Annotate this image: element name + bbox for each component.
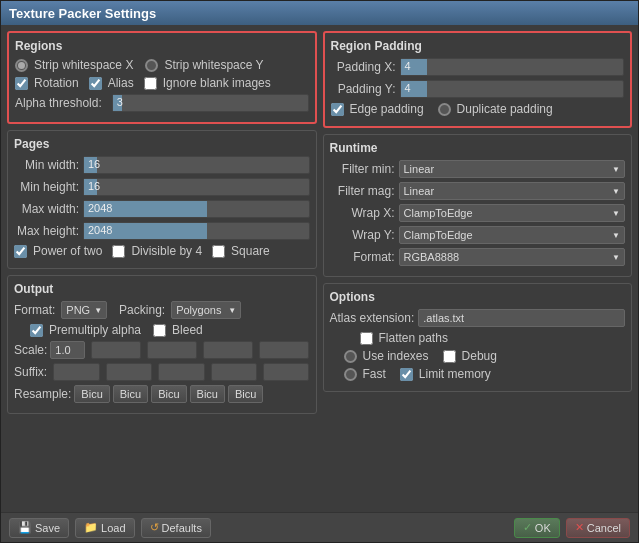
use-indexes-radio[interactable] [344,350,357,363]
load-icon: 📁 [84,521,98,534]
divisible-by-4-label: Divisible by 4 [131,244,202,258]
packing-value: Polygons [176,304,221,316]
atlas-ext-field[interactable]: .atlas.txt [418,309,625,327]
divisible-by-4-checkbox[interactable] [112,245,125,258]
use-indexes-label: Use indexes [363,349,429,363]
load-button[interactable]: 📁 Load [75,518,134,538]
pages-checkboxes-row: Power of two Divisible by 4 Square [14,244,310,258]
padding-x-label: Padding X: [331,60,396,74]
max-height-row: Max height: 2048 [14,222,310,240]
resample-row: Resample: Bicu Bicu Bicu Bicu Bicu [14,385,310,403]
padding-x-slider[interactable]: 4 [400,58,625,76]
max-height-slider[interactable]: 2048 [83,222,310,240]
strip-whitespace-y-radio[interactable] [145,59,158,72]
ignore-blank-checkbox[interactable] [144,77,157,90]
format-dropdown[interactable]: PNG [61,301,107,319]
padding-y-slider[interactable]: 4 [400,80,625,98]
packing-dropdown[interactable]: Polygons [171,301,241,319]
min-height-value: 16 [88,180,100,192]
padding-x-value: 4 [405,60,411,72]
fast-memory-row: Fast Limit memory [330,367,626,381]
scale-field[interactable]: 1.0 [50,341,85,359]
resample-btn-1[interactable]: Bicu [74,385,109,403]
duplicate-padding-radio[interactable] [438,103,451,116]
runtime-section: Runtime Filter min: Linear Filter mag: L… [323,134,633,277]
scale-slider-2[interactable] [147,341,197,359]
resample-btn-3[interactable]: Bicu [151,385,186,403]
regions-title: Regions [15,39,309,53]
regions-strip-row: Strip whitespace X Strip whitespace Y [15,58,309,72]
limit-memory-label: Limit memory [419,367,491,381]
premultiply-row: Premultiply alpha Bleed [14,323,310,337]
premultiply-alpha-checkbox[interactable] [30,324,43,337]
scale-slider-3[interactable] [203,341,253,359]
alias-checkbox[interactable] [89,77,102,90]
edge-padding-label: Edge padding [350,102,424,116]
ok-button[interactable]: ✓ OK [514,518,560,538]
ok-label: OK [535,522,551,534]
min-width-row: Min width: 16 [14,156,310,174]
options-title: Options [330,290,626,304]
filter-min-label: Filter min: [330,162,395,176]
max-width-slider[interactable]: 2048 [83,200,310,218]
filter-mag-value: Linear [404,185,435,197]
suffix-field-3[interactable] [158,363,204,381]
scale-slider-1[interactable] [91,341,141,359]
save-button[interactable]: 💾 Save [9,518,69,538]
alpha-threshold-row: Alpha threshold: 3 [15,94,309,112]
suffix-field-4[interactable] [211,363,257,381]
cancel-button[interactable]: ✕ Cancel [566,518,630,538]
limit-memory-checkbox[interactable] [400,368,413,381]
edge-padding-checkbox[interactable] [331,103,344,116]
rotation-label: Rotation [34,76,79,90]
scale-value: 1.0 [55,344,70,356]
regions-section: Regions Strip whitespace X Strip whitesp… [7,31,317,124]
max-width-row: Max width: 2048 [14,200,310,218]
output-section: Output Format: PNG Packing: Polygons Pre… [7,275,317,414]
max-height-label: Max height: [14,224,79,238]
format-value: PNG [66,304,90,316]
square-checkbox[interactable] [212,245,225,258]
suffix-field-5[interactable] [263,363,309,381]
max-width-label: Max width: [14,202,79,216]
fast-radio[interactable] [344,368,357,381]
save-label: Save [35,522,60,534]
filter-min-dropdown[interactable]: Linear [399,160,626,178]
resample-btn-5[interactable]: Bicu [228,385,263,403]
ok-icon: ✓ [523,521,532,534]
resample-btn-2[interactable]: Bicu [113,385,148,403]
alpha-slider[interactable]: 3 [112,94,309,112]
wrap-x-row: Wrap X: ClampToEdge [330,204,626,222]
padding-y-value: 4 [405,82,411,94]
rotation-checkbox[interactable] [15,77,28,90]
min-height-slider[interactable]: 16 [83,178,310,196]
window-title: Texture Packer Settings [9,6,156,21]
filter-min-value: Linear [404,163,435,175]
debug-label: Debug [462,349,497,363]
alias-label: Alias [108,76,134,90]
power-of-two-label: Power of two [33,244,102,258]
scale-slider-4[interactable] [259,341,309,359]
suffix-field-1[interactable] [53,363,99,381]
right-column: Region Padding Padding X: 4 Padding Y: 4 [323,31,633,506]
flatten-paths-checkbox[interactable] [360,332,373,345]
defaults-button[interactable]: ↺ Defaults [141,518,211,538]
wrap-x-dropdown[interactable]: ClampToEdge [399,204,626,222]
wrap-y-dropdown[interactable]: ClampToEdge [399,226,626,244]
strip-whitespace-x-radio[interactable] [15,59,28,72]
square-label: Square [231,244,270,258]
runtime-format-dropdown[interactable]: RGBA8888 [399,248,626,266]
atlas-ext-label: Atlas extension: [330,311,415,325]
min-height-label: Min height: [14,180,79,194]
min-width-slider[interactable]: 16 [83,156,310,174]
debug-checkbox[interactable] [443,350,456,363]
regions-options-row: Rotation Alias Ignore blank images [15,76,309,90]
power-of-two-checkbox[interactable] [14,245,27,258]
resample-btn-4[interactable]: Bicu [190,385,225,403]
defaults-label: Defaults [162,522,202,534]
suffix-field-2[interactable] [106,363,152,381]
cancel-label: Cancel [587,522,621,534]
filter-mag-dropdown[interactable]: Linear [399,182,626,200]
bleed-checkbox[interactable] [153,324,166,337]
wrap-x-label: Wrap X: [330,206,395,220]
